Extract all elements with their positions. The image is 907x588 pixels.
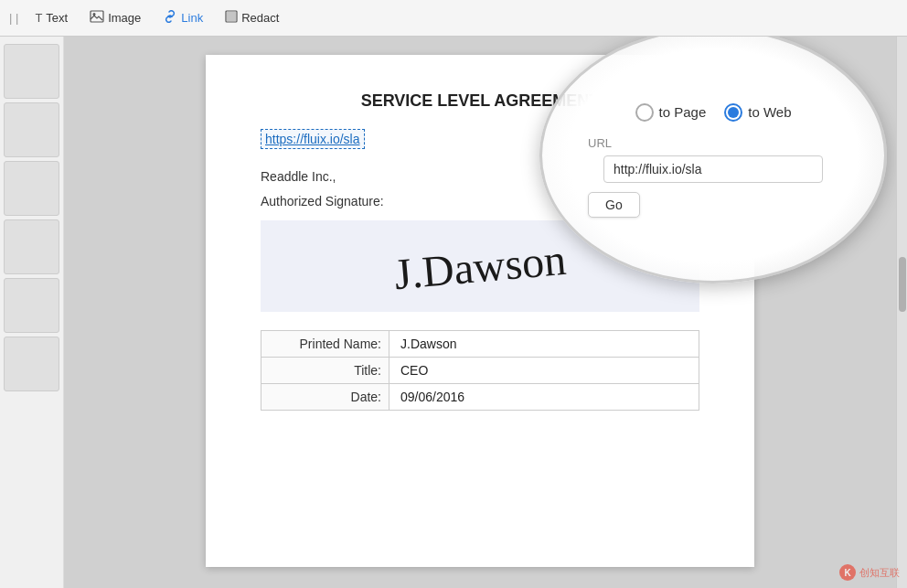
toolbar-image-label: Image — [108, 11, 141, 25]
go-button[interactable]: Go — [588, 192, 640, 218]
date-label: Date: — [261, 384, 389, 411]
toolbar-image[interactable]: Image — [80, 6, 150, 29]
radio-to-web-label: to Web — [748, 104, 791, 120]
toolbar: | | T Text Image Link Re — [0, 0, 907, 37]
sidebar-block-1 — [4, 44, 59, 99]
detail-table: Printed Name: J.Dawson Title: CEO Date: … — [261, 330, 699, 411]
table-row-title: Title: CEO — [261, 358, 699, 384]
svg-rect-0 — [91, 11, 103, 22]
left-sidebar — [0, 37, 64, 588]
date-value: 09/06/2016 — [389, 384, 699, 411]
radio-to-web-inner — [728, 107, 739, 118]
radio-to-page-label: to Page — [659, 104, 707, 120]
sidebar-block-4 — [4, 219, 59, 274]
document-area: SERVICE LEVEL AGREEMENT https://fluix.io… — [64, 37, 896, 588]
radio-to-page-button[interactable] — [635, 103, 654, 122]
watermark: K 创知互联 — [839, 564, 900, 581]
radio-to-page[interactable]: to Page — [635, 103, 707, 122]
title-value: CEO — [389, 358, 699, 384]
toolbar-redact[interactable]: Redact — [216, 6, 288, 29]
printed-name-value: J.Dawson — [389, 331, 699, 358]
toolbar-redact-label: Redact — [241, 11, 279, 25]
watermark-text: 创知互联 — [859, 566, 900, 580]
printed-name-label: Printed Name: — [261, 331, 389, 358]
sidebar-block-3 — [4, 161, 59, 216]
url-label: URL — [588, 136, 612, 150]
table-row-date: Date: 09/06/2016 — [261, 384, 699, 411]
sidebar-block-5 — [4, 278, 59, 333]
signature-text: J.Dawson — [392, 233, 568, 298]
text-icon: T — [35, 11, 42, 25]
watermark-icon-letter: K — [844, 568, 850, 578]
toolbar-text[interactable]: T Text — [26, 7, 77, 28]
scroll-track[interactable] — [896, 37, 907, 588]
popup-panel: to Page to Web URL Go — [539, 37, 887, 283]
radio-to-web[interactable]: to Web — [724, 103, 791, 122]
image-icon — [90, 10, 104, 26]
table-row-name: Printed Name: J.Dawson — [261, 331, 699, 358]
document-link[interactable]: https://fluix.io/sla — [261, 129, 365, 149]
redact-icon — [225, 10, 238, 26]
url-input[interactable] — [603, 155, 823, 183]
toolbar-text-label: Text — [46, 11, 68, 25]
radio-to-web-button[interactable] — [724, 103, 742, 122]
svg-rect-3 — [227, 12, 236, 21]
sidebar-block-2 — [4, 102, 59, 157]
link-icon — [163, 10, 177, 26]
main-area: SERVICE LEVEL AGREEMENT https://fluix.io… — [0, 37, 907, 588]
scroll-thumb[interactable] — [899, 257, 906, 312]
toolbar-link[interactable]: Link — [154, 6, 212, 29]
watermark-icon: K — [839, 564, 856, 581]
title-label: Title: — [261, 358, 389, 384]
toolbar-link-label: Link — [181, 11, 203, 25]
sidebar-block-6 — [4, 337, 59, 391]
toolbar-separator-icon: | | — [9, 11, 18, 25]
radio-group: to Page to Web — [635, 103, 792, 122]
